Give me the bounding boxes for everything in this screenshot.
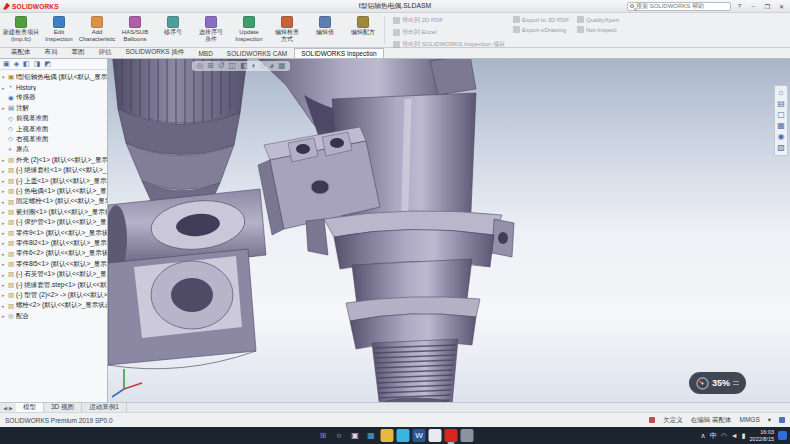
tree-item[interactable]: ▸ ▧ (-) 热电偶<1> (默认<<默认>_显示状态>) xyxy=(0,186,107,196)
status-item[interactable]: 欠定义 xyxy=(663,416,683,425)
task-view-button[interactable]: ▣ xyxy=(349,429,362,442)
3d-scene[interactable] xyxy=(108,59,790,402)
ribbon-button[interactable]: 新建检查项目 (imp.fc) xyxy=(2,14,40,46)
tree-item[interactable]: + 原点 xyxy=(0,145,107,155)
minimize-button[interactable]: – xyxy=(748,2,759,11)
tree-item[interactable]: ▸ ▧ (-) 保护管<1> (默认<<默认>_显示状态>) xyxy=(0,217,107,227)
ribbon-button[interactable]: HAS/SUB Balloons xyxy=(116,14,154,46)
tree-item[interactable]: ▾ ▣ t型铝轴热电偶 (默认<默认_显示状态-1>) xyxy=(0,72,107,82)
help-button[interactable]: ? xyxy=(734,2,745,11)
help-search-input[interactable] xyxy=(636,3,728,9)
design-library-icon[interactable]: ▤ xyxy=(777,100,785,108)
tree-item[interactable]: ◇ 右视基准面 xyxy=(0,134,107,144)
commandmanager-tab[interactable]: SOLIDWORKS Inspection xyxy=(294,48,384,58)
model-tab[interactable]: 模型 xyxy=(16,403,44,412)
tree-item[interactable]: ▸ ◎ 配合 xyxy=(0,311,107,321)
export-button[interactable]: 导出到 2D PDF xyxy=(393,16,505,25)
commandmanager-tab[interactable]: 装配体 xyxy=(4,46,38,58)
solidworks-app-button[interactable] xyxy=(445,429,458,442)
wifi-icon[interactable]: ◠ xyxy=(721,432,727,439)
tabs-scroll-left-icon[interactable]: ◀ xyxy=(3,405,7,411)
word-button[interactable]: W xyxy=(413,429,426,442)
hidden-icons-chevron[interactable]: ∧ xyxy=(701,432,706,439)
featuremanager-tab-icon[interactable]: ▣ xyxy=(3,60,10,68)
export-button[interactable]: Net-Inspect xyxy=(577,26,619,33)
tree-item[interactable]: ▸ ▧ 零件8i5<1> (默认<<默认>_显示状态>) xyxy=(0,259,107,269)
tree-item[interactable]: ▸ ▧ 固定螺栓<1> (默认<<默认>_显示状态>) xyxy=(0,197,107,207)
commandmanager-tab[interactable]: 草图 xyxy=(65,46,92,58)
restore-button[interactable]: ❐ xyxy=(762,2,773,11)
help-search-box[interactable] xyxy=(627,2,731,11)
commandmanager-tab[interactable]: 布局 xyxy=(38,46,65,58)
tree-item[interactable]: ▸ ▧ 外壳 (2)<1> (默认<<默认>_显示状态>) xyxy=(0,155,107,165)
zoom-fit-icon[interactable]: ◎ xyxy=(196,62,203,70)
ime-indicator[interactable]: 中 xyxy=(710,432,717,439)
tree-item[interactable]: ◉ 传感器 xyxy=(0,93,107,103)
commandmanager-tab[interactable]: SOLIDWORKS CAM xyxy=(220,48,294,58)
status-item[interactable]: ▾ xyxy=(768,416,771,425)
graphics-area[interactable]: ◎ ⊞ ↺ ◫ ◧ ◐ ◌ ◕ ▦ xyxy=(108,59,790,402)
edge-button[interactable] xyxy=(397,429,410,442)
displaymanager-tab-icon[interactable]: ◩ xyxy=(44,60,51,68)
tree-item[interactable]: ▸ ▧ (-) 上盖<1> (默认<<默认>_显示状态>) xyxy=(0,176,107,186)
zoom-to-area-icon[interactable]: ⊞ xyxy=(207,62,214,70)
view-palette-icon[interactable]: ▦ xyxy=(777,122,785,130)
dimxpertmanager-tab-icon[interactable]: ◨ xyxy=(34,60,41,68)
tree-item[interactable]: ▸ ▧ 螺栓<2> (默认<<默认>_显示状态>) xyxy=(0,301,107,311)
export-button[interactable]: Export eDrawing xyxy=(513,26,569,33)
edit-appearance-icon[interactable]: ◕ xyxy=(269,62,274,70)
ribbon-button[interactable]: Update Inspection xyxy=(230,14,268,46)
battery-icon[interactable]: ▮ xyxy=(742,432,746,439)
tree-item[interactable]: ▸ ▧ 零件6<2> (默认<<默认>_显示状态>) xyxy=(0,249,107,259)
display-style-icon[interactable]: ◐ xyxy=(252,62,257,70)
tree-item[interactable]: ▸ ▤ 注解 xyxy=(0,103,107,113)
export-button[interactable]: QualityXpert xyxy=(577,16,619,23)
volume-icon[interactable]: ◄ xyxy=(731,432,738,439)
tree-item[interactable]: ▸ ▧ 瓷封圈<1> (默认<<默认>_显示状态>) xyxy=(0,207,107,217)
file-explorer-button[interactable] xyxy=(381,429,394,442)
tabs-scroll-right-icon[interactable]: ▶ xyxy=(9,405,13,411)
tree-item[interactable]: ▸ ▧ 零件9<1> (默认<<默认>_显示状态>) xyxy=(0,228,107,238)
commandmanager-tab[interactable]: 评估 xyxy=(92,46,119,58)
notification-badge[interactable] xyxy=(778,431,787,440)
model-tab[interactable]: 运动算例1 xyxy=(82,403,127,412)
status-item[interactable]: MMGS xyxy=(740,416,760,425)
model-tab[interactable]: 3D 视图 xyxy=(44,403,82,412)
commandmanager-tab[interactable]: MBD xyxy=(191,48,219,58)
close-button[interactable]: ✕ xyxy=(776,2,787,11)
status-item[interactable]: 在编辑 装配体 xyxy=(691,416,732,425)
apply-scene-icon[interactable]: ▦ xyxy=(278,62,286,70)
section-view-icon[interactable]: ◫ xyxy=(228,62,236,70)
search-button[interactable]: ○ xyxy=(333,429,346,442)
propertymanager-tab-icon[interactable]: ◈ xyxy=(14,60,19,68)
ribbon-button[interactable]: 编辑值 xyxy=(306,14,344,46)
view-orientation-icon[interactable]: ◧ xyxy=(240,62,248,70)
tree-item[interactable]: ▸ ▧ (-) 型管 (2)<2> -> (默认<<默认>_显示状态>) xyxy=(0,290,107,300)
ribbon-button[interactable]: 选择序号 条件 xyxy=(192,14,230,46)
start-button[interactable]: ⊞ xyxy=(317,429,330,442)
ribbon-button[interactable]: Add Characteristic xyxy=(78,14,116,46)
widgets-button[interactable]: ▦ xyxy=(365,429,378,442)
ribbon-button[interactable]: Edit Inspection xyxy=(40,14,78,46)
export-button[interactable]: 导出到 SOLIDWORKS Inspection 项目 xyxy=(393,40,505,49)
tree-item[interactable]: ▸ ▧ (-) 绝缘套管.step<1> (默认<<默认>_显示状态>) xyxy=(0,280,107,290)
file-explorer-icon[interactable]: ▢ xyxy=(777,111,785,119)
appearances-icon[interactable]: ◉ xyxy=(778,133,785,141)
export-button[interactable]: 导出到 Excel xyxy=(393,28,505,37)
hide-show-items-icon[interactable]: ◌ xyxy=(260,62,265,70)
ribbon-button[interactable]: 编辑配方 xyxy=(344,14,382,46)
previous-view-icon[interactable]: ↺ xyxy=(218,62,225,70)
home-icon[interactable]: ⌂ xyxy=(779,89,784,97)
messaging-app-button[interactable] xyxy=(429,429,442,442)
ribbon-button[interactable]: 编辑检查 方式 xyxy=(268,14,306,46)
tree-item[interactable]: ◇ 上视基准面 xyxy=(0,124,107,134)
custom-properties-icon[interactable]: ▧ xyxy=(777,144,785,152)
tree-item[interactable]: ◇ 前视基准面 xyxy=(0,114,107,124)
tree-item[interactable]: ▸ ◔ History xyxy=(0,82,107,92)
tree-item[interactable]: ▸ ▧ 零件8i2<1> (默认<<默认>_显示状态>) xyxy=(0,238,107,248)
clock[interactable]: 16:03 2022/8/15 xyxy=(750,429,774,442)
tree-item[interactable]: ▸ ▧ (-) 绝缘套柱<1> (默认<<默认>_显示状态>) xyxy=(0,166,107,176)
tree-item[interactable]: ▸ ▧ (-) 石英管<1> (默认<<默认>_显示状态>) xyxy=(0,269,107,279)
ribbon-button[interactable]: 移序号 xyxy=(154,14,192,46)
commandmanager-tab[interactable]: SOLIDWORKS 插件 xyxy=(119,46,192,58)
